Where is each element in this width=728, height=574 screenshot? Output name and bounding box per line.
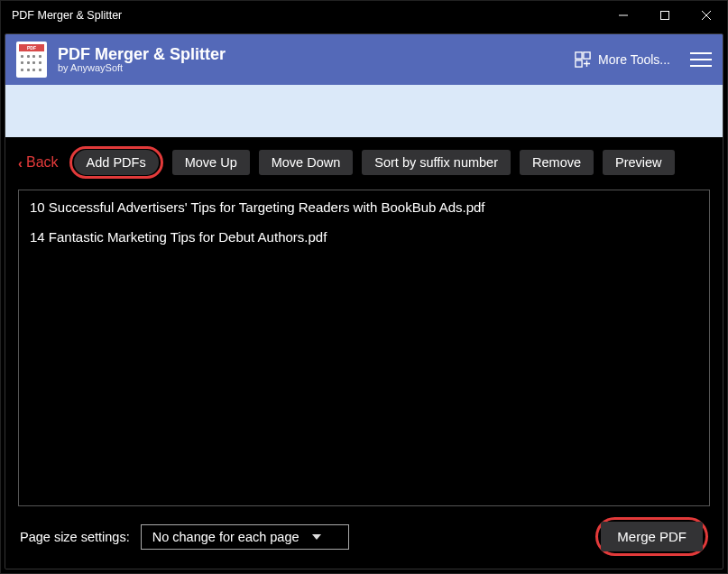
back-label: Back xyxy=(26,154,59,171)
grid-icon xyxy=(575,51,591,68)
app-window: PDF Merger & Splitter PDF xyxy=(0,0,728,574)
svg-rect-5 xyxy=(584,52,590,59)
minimize-button[interactable] xyxy=(603,1,644,30)
maximize-button[interactable] xyxy=(644,1,686,30)
page-size-select[interactable]: No change for each page xyxy=(141,524,349,550)
add-pdfs-highlight: Add PDFs xyxy=(69,146,163,179)
header-titles: PDF Merger & Splitter by AnywaySoft xyxy=(58,46,226,73)
svg-rect-4 xyxy=(576,52,582,59)
app-body: PDF PDF Merger & Splitter by AnywaySoft xyxy=(5,33,723,569)
merge-pdf-button[interactable]: Merge PDF xyxy=(601,522,703,551)
app-subtitle: by AnywaySoft xyxy=(58,62,226,73)
footer-left: Page size settings: No change for each p… xyxy=(20,524,349,550)
toolbar: ‹ Back Add PDFs Move Up Move Down Sort b… xyxy=(5,137,723,186)
merge-pdf-highlight: Merge PDF xyxy=(595,517,708,556)
app-title: PDF Merger & Splitter xyxy=(58,46,226,62)
menu-button[interactable] xyxy=(690,52,712,67)
svg-rect-1 xyxy=(661,12,669,20)
close-button[interactable] xyxy=(686,1,727,30)
more-tools-label: More Tools... xyxy=(598,52,670,67)
move-up-button[interactable]: Move Up xyxy=(172,150,250,175)
list-item[interactable]: 14 Fantastic Marketing Tips for Debut Au… xyxy=(30,229,698,245)
app-logo-icon: PDF xyxy=(16,42,47,78)
preview-button[interactable]: Preview xyxy=(603,150,675,175)
app-header: PDF PDF Merger & Splitter by AnywaySoft xyxy=(5,34,723,85)
sort-by-suffix-button[interactable]: Sort by suffix number xyxy=(362,150,511,175)
hamburger-icon xyxy=(690,52,712,54)
sub-header xyxy=(5,85,723,137)
add-pdfs-button[interactable]: Add PDFs xyxy=(74,150,159,175)
more-tools-button[interactable]: More Tools... xyxy=(575,51,670,68)
title-bar: PDF Merger & Splitter xyxy=(1,1,727,30)
window-controls xyxy=(603,1,727,30)
maximize-icon xyxy=(660,11,669,20)
header-left: PDF PDF Merger & Splitter by AnywaySoft xyxy=(16,42,226,78)
minimize-icon xyxy=(619,11,628,20)
file-list: 10 Successful Advertisers' Tips for Targ… xyxy=(18,190,710,506)
page-size-label: Page size settings: xyxy=(20,530,130,544)
close-icon xyxy=(702,11,711,20)
chevron-left-icon: ‹ xyxy=(18,155,23,171)
footer: Page size settings: No change for each p… xyxy=(5,514,723,569)
back-button[interactable]: ‹ Back xyxy=(18,154,60,171)
header-right: More Tools... xyxy=(575,51,712,68)
remove-button[interactable]: Remove xyxy=(520,150,594,175)
move-down-button[interactable]: Move Down xyxy=(259,150,354,175)
window-title: PDF Merger & Splitter xyxy=(12,9,122,22)
page-size-value: No change for each page xyxy=(152,530,299,544)
chevron-down-icon xyxy=(312,534,321,540)
list-item[interactable]: 10 Successful Advertisers' Tips for Targ… xyxy=(30,199,698,215)
svg-rect-6 xyxy=(576,60,582,67)
